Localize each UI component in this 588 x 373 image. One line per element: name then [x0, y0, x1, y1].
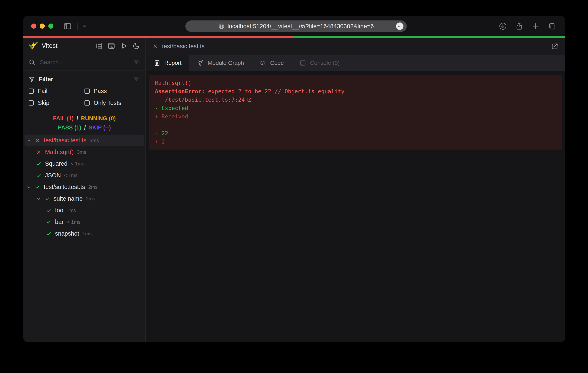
filter-icon: [29, 76, 35, 83]
test-duration: < 1ms: [71, 161, 84, 167]
share-icon[interactable]: [515, 22, 523, 30]
filter-checkbox-fail[interactable]: Fail: [29, 87, 84, 95]
view-tabs: Report Module Graph Code Console (0): [146, 55, 565, 71]
report-line-expected: - 22: [155, 129, 556, 137]
test-label: test/suite.test.ts: [44, 184, 85, 190]
filter-options: Fail Pass Skip Only Tests: [29, 87, 140, 107]
indent-guide: [31, 169, 31, 181]
report-text: + Received: [155, 112, 188, 121]
minimize-window-button[interactable]: [40, 23, 45, 29]
tree-item-test-basic-test-ts[interactable]: test/basic.test.ts3ms: [25, 135, 144, 146]
report-view: Math.sqrt()AssertionError: expected 2 to…: [146, 71, 565, 342]
new-tab-icon[interactable]: [532, 22, 540, 30]
report-line-received: + Received: [155, 112, 556, 121]
tree-item-foo[interactable]: foo1ms: [23, 205, 146, 216]
dark-mode-icon[interactable]: [133, 42, 140, 50]
pass-check-icon: [46, 208, 51, 213]
zoom-window-button[interactable]: [48, 23, 53, 29]
report-line-received: + 2: [155, 137, 556, 146]
app-title: Vitest: [42, 42, 57, 50]
report-text: + 2: [155, 137, 165, 146]
clear-search-filter-icon[interactable]: [133, 59, 140, 66]
report-text: expected 2 to be 22 // Object.is equalit…: [208, 87, 344, 95]
test-label: Squared: [45, 160, 67, 167]
tree-item-squared[interactable]: Squared< 1ms: [23, 158, 146, 169]
report-line-link[interactable]: - /test/basic.test.ts:7:24: [155, 95, 556, 104]
fail-x-icon: [35, 138, 40, 143]
clear-filter-icon[interactable]: [133, 76, 140, 83]
tab-module-graph[interactable]: Module Graph: [189, 55, 252, 71]
run-all-icon[interactable]: [120, 42, 128, 50]
search-input[interactable]: [40, 59, 129, 66]
file-header-name: test/basic.test.ts: [162, 43, 205, 50]
tab-code[interactable]: Code: [252, 55, 292, 71]
checkbox-label: Skip: [38, 100, 49, 106]
chevron-down-icon[interactable]: [82, 23, 87, 29]
toolbar-divider: [77, 23, 78, 30]
checkbox-icon[interactable]: [84, 100, 90, 105]
progress-fail-segment: [23, 36, 294, 38]
checkbox-icon[interactable]: [84, 89, 90, 94]
tab-report[interactable]: Report: [146, 55, 189, 71]
test-duration: < 1ms: [67, 219, 80, 225]
toolbar-right-actions: [499, 16, 556, 36]
test-label: bar: [55, 219, 64, 225]
external-link-icon[interactable]: [247, 97, 252, 103]
tree-item-suite-name[interactable]: suite name2ms: [23, 193, 146, 205]
test-duration: 3ms: [77, 149, 86, 155]
test-label: snapshot: [55, 230, 79, 237]
traffic-lights: [31, 23, 53, 29]
expander-chevron-icon[interactable]: [26, 138, 32, 143]
test-label: foo: [55, 207, 63, 214]
test-duration: 1ms: [66, 207, 76, 213]
tab-console-0[interactable]: Console (0): [292, 55, 347, 71]
expand-tree-icon[interactable]: [95, 42, 103, 50]
file-header: test/basic.test.ts: [146, 38, 565, 55]
close-window-button[interactable]: [31, 23, 36, 29]
stats-row-pass-skip: PASS (1)/SKIP (--): [23, 124, 146, 132]
url-text: localhost:51204/__vitest__/#/?file=16484…: [228, 23, 374, 30]
test-duration: 2ms: [88, 184, 97, 190]
filter-checkbox-skip[interactable]: Skip: [29, 99, 84, 107]
checkbox-label: Fail: [38, 88, 47, 94]
tree-item-bar[interactable]: bar< 1ms: [23, 216, 146, 228]
tree-item-math-sqrt[interactable]: Math.sqrt()3ms: [23, 146, 146, 158]
filter-title: Filter: [39, 76, 53, 83]
filter-panel: Filter Fail Pass Skip Only Tests: [23, 71, 146, 107]
tree-item-snapshot[interactable]: snapshot1ms: [23, 228, 146, 239]
fail-x-icon: [36, 149, 41, 155]
address-bar[interactable]: localhost:51204/__vitest__/#/?file=16484…: [185, 21, 407, 32]
page-menu-button[interactable]: [396, 22, 403, 30]
report-line-expected: - Expected: [155, 104, 556, 112]
filter-checkbox-pass[interactable]: Pass: [84, 87, 140, 95]
pass-check-icon: [36, 173, 41, 178]
downloads-icon[interactable]: [499, 22, 507, 30]
test-progress-bar: [23, 36, 565, 38]
expander-chevron-icon[interactable]: [26, 185, 32, 190]
fail-x-icon: [152, 43, 158, 49]
indent-guide: [41, 205, 41, 216]
checkbox-icon[interactable]: [29, 100, 34, 105]
open-in-editor-icon[interactable]: [551, 42, 558, 50]
checkbox-icon[interactable]: [29, 89, 34, 94]
indent-guide: [31, 228, 31, 239]
tab-overview-icon[interactable]: [548, 22, 556, 30]
globe-icon: [218, 23, 225, 30]
pass-check-icon: [46, 231, 51, 236]
report-text: - Expected: [155, 104, 188, 112]
filter-checkbox-only-tests[interactable]: Only Tests: [84, 99, 140, 107]
tab-label: Report: [164, 60, 181, 66]
stats-row-fail-running: FAIL (1)/RUNNING (0): [23, 114, 146, 123]
indent-guide: [31, 146, 31, 158]
indent-guide: [31, 158, 31, 169]
stat-badge: /: [76, 115, 78, 122]
expander-chevron-icon[interactable]: [36, 196, 41, 201]
pass-check-icon: [45, 196, 50, 201]
test-duration: < 1ms: [64, 173, 78, 178]
indent-guide: [41, 216, 41, 228]
test-duration: 3ms: [90, 138, 99, 143]
tree-item-json[interactable]: JSON< 1ms: [23, 169, 146, 181]
dashboard-icon[interactable]: [108, 42, 115, 50]
sidebar-toggle-icon[interactable]: [63, 22, 72, 31]
tree-item-test-suite-test-ts[interactable]: test/suite.test.ts2ms: [23, 181, 146, 193]
